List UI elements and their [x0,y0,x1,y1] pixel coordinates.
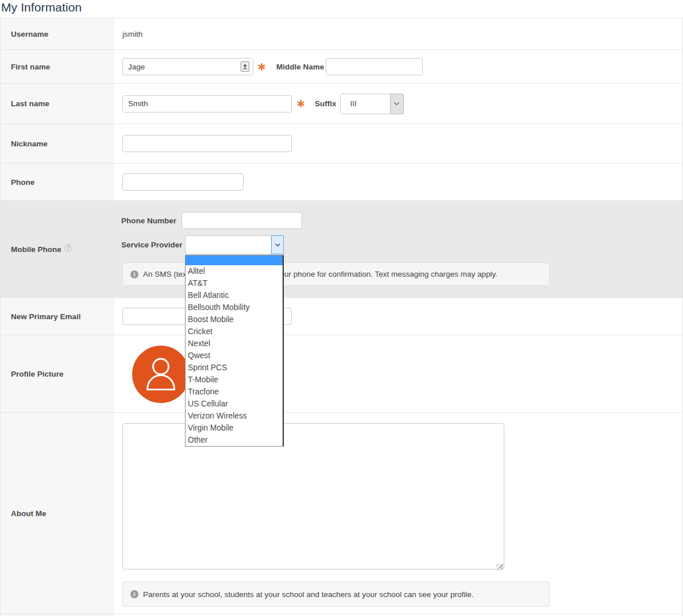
about-me-textarea[interactable] [122,423,504,569]
page-title: My Information [1,1,683,14]
required-asterisk-icon [297,100,304,107]
row-partial [1,614,682,616]
service-provider-option[interactable]: Boost Mobile [186,313,283,326]
first-name-input[interactable] [122,58,253,75]
mobile-number-label: Phone Number [121,216,182,225]
mobile-number-input[interactable] [182,212,302,229]
required-asterisk-icon [258,63,265,71]
service-provider-option[interactable]: Sprint PCS [186,362,283,374]
info-icon: i [130,590,138,598]
row-first-name: First name Middle Name [1,49,682,83]
phone-label: Phone [1,164,114,200]
service-provider-option[interactable]: Tracfone [186,386,283,398]
service-provider-option[interactable]: US Cellular [186,398,283,410]
profile-visibility-info-box: i Parents at your school, students at yo… [122,582,550,607]
row-nickname: Nickname [1,123,682,163]
last-name-label: Last name [1,84,114,123]
suffix-label: Suffix [315,99,337,108]
service-provider-option[interactable]: Alltel [186,265,283,277]
mobile-phone-label: Mobile Phone ? [1,201,114,297]
profile-picture-label: Profile Picture [1,335,114,412]
middle-name-label: Middle Name [276,63,324,71]
avatar[interactable] [132,346,190,403]
row-new-primary-email: New Primary Email [1,297,682,335]
service-provider-select[interactable] [185,235,284,254]
row-last-name: Last name Suffix III [1,83,682,123]
phone-input[interactable] [122,173,244,191]
my-information-form: Username jsmith First name Middle Name [0,18,683,616]
new-primary-email-label: New Primary Email [1,298,114,335]
my-information-page: My Information Username jsmith First nam… [0,0,683,616]
autofill-extension-icon[interactable] [241,61,249,72]
service-provider-option[interactable]: Other [186,434,283,446]
service-provider-option[interactable]: Verizon Wireless [186,410,283,422]
service-provider-option[interactable]: Cricket [186,326,283,338]
service-provider-option[interactable]: Virgin Mobile [186,422,283,434]
service-provider-option[interactable]: Qwest [186,350,283,362]
row-about-me: About Me i Parents at your school, stude… [1,412,682,614]
row-phone: Phone [1,163,682,200]
service-provider-option[interactable]: Bell Atlantic [186,289,283,301]
info-icon: i [130,270,138,278]
visibility-note-text: Parents at your school, students at your… [143,590,474,599]
service-provider-option[interactable] [186,255,283,265]
service-provider-label: Service Provider [121,241,185,249]
last-name-input[interactable] [122,95,292,113]
chevron-down-icon[interactable] [271,235,284,254]
nickname-input[interactable] [122,135,292,152]
help-circle-icon[interactable]: ? [64,244,72,252]
first-name-label: First name [1,50,114,83]
service-provider-dropdown-list[interactable]: AlltelAT&TBell AtlanticBellsouth Mobilit… [185,255,284,447]
about-me-label: About Me [1,413,114,614]
row-profile-picture: Profile Picture [1,335,682,412]
row-mobile-phone: Mobile Phone ? Phone Number Service Prov… [1,200,682,297]
service-provider-option[interactable]: Bellsouth Mobility [186,301,283,313]
service-provider-option[interactable]: T-Mobile [186,374,283,386]
username-label: Username [1,18,114,49]
service-provider-option[interactable]: AT&T [186,277,283,289]
chevron-down-icon[interactable] [390,94,404,114]
service-provider-option[interactable]: Nextel [186,338,283,350]
row-username: Username jsmith [1,18,682,49]
page-header: My Information [0,0,683,18]
mobile-phone-label-text: Mobile Phone [11,245,61,254]
nickname-label: Nickname [1,124,114,163]
middle-name-input[interactable] [326,58,423,75]
suffix-select[interactable]: III [340,94,404,114]
username-value: jsmith [122,30,142,38]
